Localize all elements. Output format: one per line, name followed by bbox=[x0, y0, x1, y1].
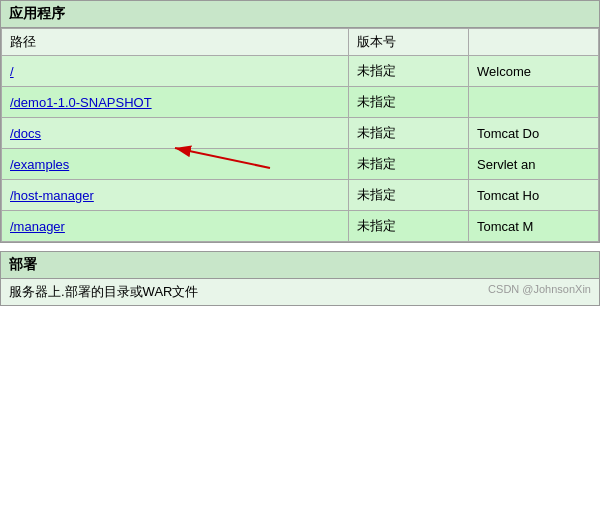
description-cell: Welcome bbox=[469, 56, 599, 87]
description-cell: Tomcat M bbox=[469, 211, 599, 242]
version-cell: 未指定 bbox=[349, 87, 469, 118]
table-row: /demo1-1.0-SNAPSHOT未指定 bbox=[2, 87, 599, 118]
table-row: /docs未指定Tomcat Do bbox=[2, 118, 599, 149]
table-row: /examples未指定Servlet an bbox=[2, 149, 599, 180]
table-row: /manager未指定Tomcat M bbox=[2, 211, 599, 242]
description-cell: Servlet an bbox=[469, 149, 599, 180]
path-cell: /manager bbox=[2, 211, 349, 242]
deploy-section-title: 部署 bbox=[9, 256, 37, 272]
app-table: 路径 版本号 /未指定Welcome/demo1-1.0-SNAPSHOT未指定… bbox=[1, 28, 599, 242]
app-section-title: 应用程序 bbox=[9, 5, 65, 21]
app-section-header: 应用程序 bbox=[0, 0, 600, 28]
deploy-section-header: 部署 bbox=[0, 251, 600, 279]
deploy-subtitle: 服务器上.部署的目录或WAR文件 bbox=[9, 283, 198, 301]
table-row: /host-manager未指定Tomcat Ho bbox=[2, 180, 599, 211]
path-link[interactable]: /host-manager bbox=[10, 188, 94, 203]
table-header-row: 路径 版本号 bbox=[2, 29, 599, 56]
path-link[interactable]: /examples bbox=[10, 157, 69, 172]
path-link[interactable]: /manager bbox=[10, 219, 65, 234]
path-link[interactable]: /docs bbox=[10, 126, 41, 141]
deploy-subheader: 服务器上.部署的目录或WAR文件 CSDN @JohnsonXin bbox=[0, 279, 600, 306]
version-cell: 未指定 bbox=[349, 56, 469, 87]
path-cell: /docs bbox=[2, 118, 349, 149]
deploy-section: 部署 服务器上.部署的目录或WAR文件 CSDN @JohnsonXin bbox=[0, 251, 600, 306]
app-section: 应用程序 路径 版本号 /未指定Welcome/demo1-1.0-SNAPSH… bbox=[0, 0, 600, 243]
path-cell: / bbox=[2, 56, 349, 87]
version-cell: 未指定 bbox=[349, 180, 469, 211]
table-row: /未指定Welcome bbox=[2, 56, 599, 87]
version-cell: 未指定 bbox=[349, 118, 469, 149]
path-link[interactable]: / bbox=[10, 64, 14, 79]
path-cell: /examples bbox=[2, 149, 349, 180]
app-table-wrapper: 路径 版本号 /未指定Welcome/demo1-1.0-SNAPSHOT未指定… bbox=[0, 28, 600, 243]
version-cell: 未指定 bbox=[349, 211, 469, 242]
description-cell: Tomcat Do bbox=[469, 118, 599, 149]
path-cell: /host-manager bbox=[2, 180, 349, 211]
col-version: 版本号 bbox=[349, 29, 469, 56]
col-path: 路径 bbox=[2, 29, 349, 56]
watermark-text: CSDN @JohnsonXin bbox=[488, 283, 591, 301]
description-cell: Tomcat Ho bbox=[469, 180, 599, 211]
path-cell: /demo1-1.0-SNAPSHOT bbox=[2, 87, 349, 118]
col-description bbox=[469, 29, 599, 56]
path-link[interactable]: /demo1-1.0-SNAPSHOT bbox=[10, 95, 152, 110]
description-cell bbox=[469, 87, 599, 118]
version-cell: 未指定 bbox=[349, 149, 469, 180]
